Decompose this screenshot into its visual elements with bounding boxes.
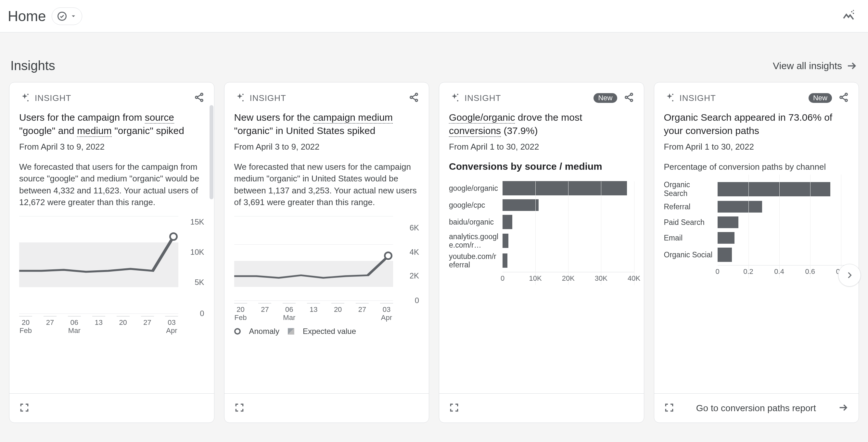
section-header: Insights View all insights: [10, 59, 858, 73]
arrow-right-icon: [846, 60, 858, 72]
insight-label: INSIGHT: [465, 93, 501, 103]
chart-subtitle: Conversions by source / medium: [449, 161, 634, 172]
svg-point-1: [851, 11, 852, 12]
check-circle-icon: [57, 11, 67, 21]
svg-point-10: [242, 100, 243, 102]
sparkle-icon: [664, 93, 675, 104]
share-button[interactable]: [624, 92, 634, 104]
expand-card-button[interactable]: [9, 393, 214, 422]
svg-point-19: [672, 94, 673, 95]
scrollbar[interactable]: [210, 105, 213, 199]
share-icon: [624, 92, 634, 103]
insight-cards-row: INSIGHT Users for the campaign from sour…: [9, 82, 859, 423]
insight-date: From April 1 to 30, 2022: [449, 142, 634, 152]
insight-label: INSIGHT: [35, 93, 71, 103]
expand-icon: [234, 402, 245, 413]
new-badge: New: [809, 93, 832, 103]
svg-point-2: [853, 13, 854, 14]
chevron-right-icon: [845, 271, 854, 280]
carousel-next-button[interactable]: [838, 264, 861, 286]
sparkle-icon: [19, 93, 30, 104]
view-all-insights-link[interactable]: View all insights: [773, 60, 858, 72]
insight-description: We forecasted that new users for the cam…: [234, 161, 420, 208]
share-button[interactable]: [194, 92, 204, 104]
horizontal-bar-chart: Organic Search Referral Paid Search Emai…: [664, 180, 849, 278]
anomaly-marker-icon: [234, 328, 241, 335]
insight-date: From April 3 to 9, 2022: [19, 142, 204, 152]
arrow-right-icon: [838, 402, 849, 413]
insight-description: We forecasted that users for the campaig…: [19, 161, 204, 208]
insight-card: INSIGHT New Google/organic drove the mos…: [439, 82, 644, 423]
insight-card: INSIGHT New users for the campaign mediu…: [224, 82, 430, 423]
svg-point-9: [242, 94, 243, 95]
insight-card: INSIGHT New Organic Search appeared in 7…: [654, 82, 859, 423]
footer-link-label: Go to conversion paths report: [690, 403, 823, 414]
expected-band-icon: [288, 328, 294, 335]
insight-label: INSIGHT: [250, 93, 286, 103]
insight-title: New users for the campaign medium "organ…: [234, 111, 420, 137]
share-icon: [409, 92, 419, 103]
insight-date: From April 1 to 30, 2022: [664, 142, 849, 152]
sparkle-icon: [449, 93, 460, 104]
header-bar: Home: [0, 0, 868, 32]
svg-point-3: [853, 10, 854, 11]
chart-subtitle: Percentage of conversion paths by channe…: [664, 161, 849, 173]
view-all-label: View all insights: [773, 60, 842, 71]
svg-point-15: [457, 100, 458, 102]
insight-title: Google/organic drove the most conversion…: [449, 111, 634, 137]
svg-point-5: [27, 100, 29, 102]
insight-label: INSIGHT: [680, 93, 716, 103]
insight-title: Users for the campaign from source "goog…: [19, 111, 204, 137]
insight-date: From April 3 to 9, 2022: [234, 142, 420, 152]
horizontal-bar-chart: google/organic google/cpc baidu/organic …: [449, 180, 634, 285]
anomaly-line-chart: 15K 10K 5K 0 20 Feb 27 06 Mar 13 20 27: [19, 216, 204, 335]
sparkle-icon: [234, 93, 245, 104]
svg-point-4: [27, 94, 29, 95]
section-title: Insights: [10, 59, 55, 73]
insights-icon: [842, 9, 855, 22]
expand-icon: [449, 402, 459, 413]
expand-icon: [19, 402, 30, 413]
content-area: Insights View all insights INSIGHT Users…: [0, 32, 868, 423]
svg-point-20: [672, 100, 673, 102]
go-to-conversion-paths-button[interactable]: Go to conversion paths report: [654, 393, 859, 422]
share-icon: [194, 92, 204, 103]
expand-icon: [664, 402, 674, 413]
analytics-ai-button[interactable]: [842, 9, 855, 23]
share-button[interactable]: [838, 92, 849, 104]
chart-legend: Anomaly Expected value: [234, 327, 420, 336]
svg-point-14: [457, 94, 458, 95]
anomaly-line-chart: 6K 4K 2K 0 20 Feb 27 06 Mar 13 20 27 03: [234, 216, 420, 336]
new-badge: New: [593, 93, 617, 103]
insight-title: Organic Search appeared in 73.06% of you…: [664, 111, 849, 137]
share-button[interactable]: [409, 92, 419, 104]
share-icon: [838, 92, 849, 103]
caret-down-icon: [70, 13, 77, 20]
expand-card-button[interactable]: [439, 393, 644, 422]
audience-selector[interactable]: [52, 7, 82, 25]
insight-card: INSIGHT Users for the campaign from sour…: [9, 82, 214, 423]
expand-card-button[interactable]: [224, 393, 429, 422]
page-title: Home: [8, 8, 46, 24]
